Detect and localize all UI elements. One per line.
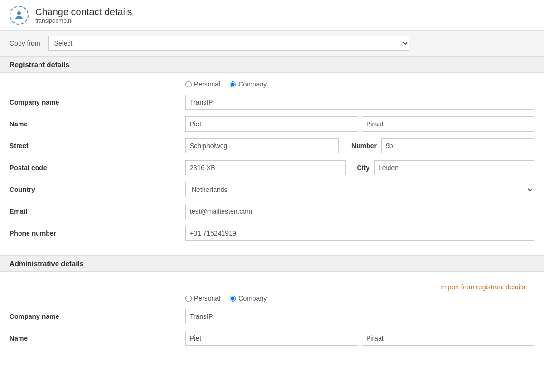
administrative-company-label[interactable]: Company [230, 295, 267, 302]
registrant-type-group: Personal Company [185, 80, 267, 88]
registrant-company-name-input[interactable] [185, 95, 534, 110]
registrant-company-name-label: Company name [10, 98, 185, 106]
administrative-first-name-input[interactable] [185, 331, 358, 346]
administrative-name-row: Name [10, 331, 534, 346]
registrant-form: Personal Company Company name Name Stree… [0, 73, 544, 255]
administrative-last-name-input[interactable] [362, 331, 534, 346]
page-title: Change contact details [35, 7, 132, 18]
copy-from-label: Copy from [10, 39, 40, 47]
svg-point-0 [17, 11, 21, 15]
registrant-name-label: Name [10, 120, 185, 128]
registrant-phone-input[interactable] [185, 226, 534, 241]
registrant-personal-radio[interactable] [185, 81, 192, 87]
import-link-container: Import from registrant details [10, 279, 534, 295]
registrant-name-inputs [185, 116, 534, 132]
registrant-postal-input[interactable] [185, 160, 346, 175]
registrant-country-select[interactable]: Netherlands [185, 182, 534, 197]
copy-from-select[interactable]: Select [48, 36, 409, 51]
registrant-country-row: Country Netherlands [10, 182, 534, 197]
registrant-city-label: City [350, 164, 369, 172]
administrative-personal-label[interactable]: Personal [185, 295, 220, 302]
administrative-company-name-input[interactable] [185, 309, 534, 324]
registrant-type-row: Personal Company [10, 80, 534, 88]
person-icon [13, 10, 25, 21]
registrant-company-name-row: Company name [10, 95, 534, 110]
administrative-name-inputs [185, 331, 534, 346]
registrant-email-input[interactable] [185, 204, 534, 219]
administrative-section-header: Administrative details [0, 255, 544, 272]
registrant-company-radio[interactable] [230, 81, 236, 87]
avatar [10, 6, 29, 25]
administrative-company-name-label: Company name [10, 313, 185, 320]
registrant-section-header: Registrant details [0, 56, 544, 73]
header-text: Change contact details transipdemo.nl [35, 7, 132, 24]
administrative-personal-radio[interactable] [185, 296, 192, 302]
registrant-first-name-input[interactable] [185, 116, 358, 132]
registrant-number-label: Number [343, 142, 377, 150]
administrative-company-name-row: Company name [10, 309, 534, 324]
registrant-postal-label: Postal code [10, 164, 185, 172]
registrant-email-row: Email [10, 204, 534, 219]
registrant-number-input[interactable] [381, 138, 534, 153]
registrant-country-label: Country [10, 186, 185, 193]
registrant-postal-inputs: City [185, 160, 534, 175]
administrative-form: Import from registrant details Personal … [0, 272, 544, 360]
registrant-phone-label: Phone number [10, 229, 185, 237]
registrant-email-label: Email [10, 208, 185, 215]
registrant-postal-row: Postal code City [10, 160, 534, 175]
registrant-name-row: Name [10, 116, 534, 132]
import-link[interactable]: Import from registrant details [440, 283, 525, 291]
page-header: Change contact details transipdemo.nl [0, 0, 544, 31]
administrative-company-radio[interactable] [230, 296, 236, 302]
registrant-company-label[interactable]: Company [230, 80, 267, 88]
registrant-street-label: Street [10, 142, 185, 150]
administrative-type-group: Personal Company [185, 295, 267, 302]
administrative-type-row: Personal Company [10, 295, 534, 302]
page-subtitle: transipdemo.nl [35, 18, 132, 24]
registrant-city-input[interactable] [374, 160, 534, 175]
registrant-street-row: Street Number [10, 138, 534, 153]
registrant-street-inputs: Number [185, 138, 534, 153]
copy-from-toolbar: Copy from Select [0, 31, 544, 56]
administrative-name-label: Name [10, 335, 185, 342]
registrant-personal-label[interactable]: Personal [185, 80, 220, 88]
registrant-phone-row: Phone number [10, 226, 534, 241]
registrant-street-input[interactable] [185, 138, 339, 153]
registrant-last-name-input[interactable] [362, 116, 534, 132]
